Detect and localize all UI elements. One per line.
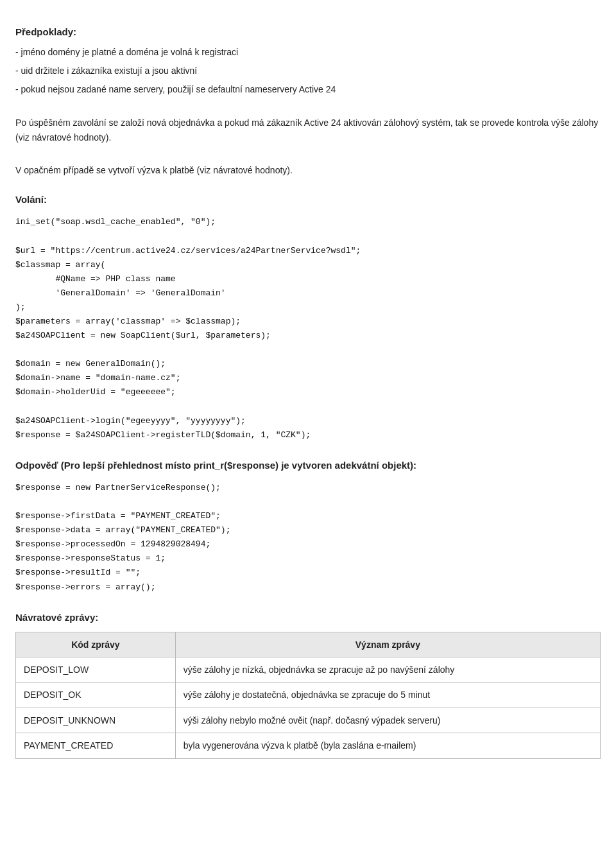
predpoklady-title: Předpoklady:	[15, 24, 601, 40]
table-row: DEPOSIT_UNKNOWNvýši zálohy nebylo možné …	[16, 708, 601, 733]
predpoklady-para2: V opačném případě se vytvoří výzva k pla…	[15, 163, 601, 178]
table-cell-meaning: výše zálohy je dostatečná, objednávka se…	[175, 683, 600, 708]
table-cell-code: DEPOSIT_LOW	[16, 657, 176, 682]
volani-code: ini_set("soap.wsdl_cache_enabled", "0");…	[15, 214, 601, 444]
predpoklady-line2: - uid držitele i zákazníka existují a js…	[15, 64, 601, 78]
odpoved-code: $response = new PartnerServiceResponse()…	[15, 480, 601, 596]
table-cell-meaning: výše zálohy je nízká, objednávka se zpra…	[175, 657, 600, 682]
navratove-table: Kód zprávy Význam zprávy DEPOSIT_LOWvýše…	[15, 632, 601, 759]
predpoklady-para1: Po úspěšném zavolání se založí nová obje…	[15, 116, 601, 145]
section-odpoved: Odpověď (Pro lepší přehlednost místo pri…	[15, 458, 601, 596]
volani-title: Volání:	[15, 192, 601, 207]
table-cell-code: DEPOSIT_OK	[16, 683, 176, 708]
table-row: DEPOSIT_LOWvýše zálohy je nízká, objedná…	[16, 657, 601, 682]
table-cell-code: PAYMENT_CREATED	[16, 733, 176, 758]
predpoklady-line1: - jméno domény je platné a doména je vol…	[15, 45, 601, 60]
odpoved-title: Odpověď (Pro lepší přehlednost místo pri…	[15, 458, 601, 473]
section-volani: Volání: ini_set("soap.wsdl_cache_enabled…	[15, 192, 601, 444]
table-header-meaning: Význam zprávy	[175, 632, 600, 657]
table-row: DEPOSIT_OKvýše zálohy je dostatečná, obj…	[16, 683, 601, 708]
table-row: PAYMENT_CREATEDbyla vygenerována výzva k…	[16, 733, 601, 758]
table-cell-meaning: výši zálohy nebylo možné ověit (např. do…	[175, 708, 600, 733]
table-cell-meaning: byla vygenerována výzva k platbě (byla z…	[175, 733, 600, 758]
section-navratove: Návratové zprávy: Kód zprávy Význam zprá…	[15, 610, 601, 759]
table-cell-code: DEPOSIT_UNKNOWN	[16, 708, 176, 733]
predpoklady-line3: - pokud nejsou zadané name servery, použ…	[15, 82, 601, 97]
section-predpoklady: Předpoklady: - jméno domény je platné a …	[15, 24, 601, 178]
table-header-code: Kód zprávy	[16, 632, 176, 657]
navratove-title: Návratové zprávy:	[15, 610, 601, 625]
